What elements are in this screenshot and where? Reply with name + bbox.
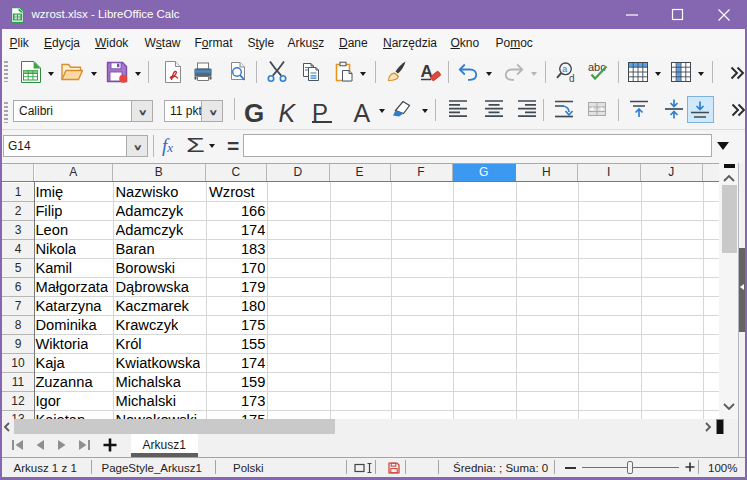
svg-text:a: a (562, 64, 567, 74)
svg-text:d: d (569, 72, 575, 83)
